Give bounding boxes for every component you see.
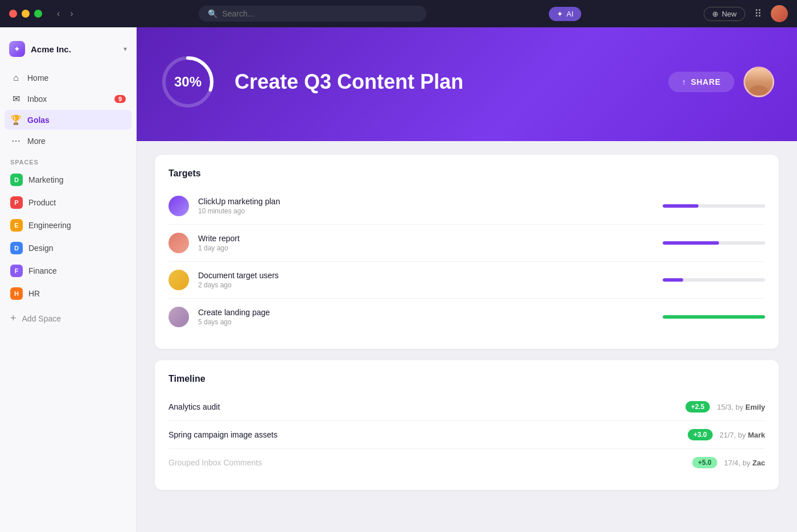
space-label: Engineering (28, 221, 71, 230)
space-label: Design (28, 244, 54, 253)
cards-area: Targets ClickUp marketing plan 10 minute… (137, 141, 797, 504)
more-icon: ⋯ (10, 135, 22, 146)
hero-actions: ↑ SHARE (668, 67, 774, 97)
sidebar-item-label: Inbox (27, 94, 47, 104)
progress-percent: 30% (174, 74, 202, 90)
target-time: 5 days ago (198, 318, 654, 326)
timeline-badge: +5.0 (692, 457, 717, 468)
timeline-name: Spring campaign image assets (169, 430, 681, 439)
new-button[interactable]: ⊕ New (704, 7, 745, 21)
hero-section: 30% Create Q3 Content Plan ↑ SHARE (137, 27, 797, 141)
timeline-card: Timeline Analytics audit +2.5 15/3, by E… (155, 360, 779, 490)
ai-label: AI (566, 10, 573, 18)
progress-bar-fill (663, 315, 765, 319)
progress-bar-container (663, 241, 765, 245)
progress-bar-fill (663, 241, 719, 245)
timeline-meta: 21/7, by Mark (720, 431, 765, 439)
space-label: Marketing (28, 175, 63, 184)
titlebar: ‹ › 🔍 ✦ AI ⊕ New ⠿ (0, 0, 797, 27)
progress-bar-container (663, 278, 765, 282)
target-item: ClickUp marketing plan 10 minutes ago (169, 188, 765, 225)
window-controls (9, 10, 42, 18)
design-space-icon: D (10, 242, 23, 254)
search-input[interactable] (222, 9, 417, 18)
ai-button[interactable]: ✦ AI (549, 7, 581, 21)
space-label: HR (28, 289, 40, 298)
timeline-item: Grouped Inbox Comments +5.0 17/4, by Zac (169, 449, 765, 476)
sidebar-item-inbox[interactable]: ✉ Inbox 9 (5, 89, 132, 109)
add-space-label: Add Space (22, 314, 61, 323)
target-name: Create landing page (198, 308, 654, 317)
target-item: Document target users 2 days ago (169, 262, 765, 299)
timeline-badge: +3.0 (688, 429, 713, 440)
sidebar-nav: ⌂ Home ✉ Inbox 9 🏆 Golas ⋯ More (0, 68, 136, 152)
search-icon: 🔍 (208, 9, 217, 18)
engineering-space-icon: E (10, 219, 23, 232)
sidebar-item-label: More (27, 137, 46, 146)
workspace-name: Acme Inc. (31, 44, 71, 54)
timeline-title: Timeline (169, 374, 765, 384)
target-avatar (169, 307, 189, 327)
share-label: SHARE (691, 77, 721, 86)
target-info: Create landing page 5 days ago (198, 308, 654, 326)
progress-bar-container (663, 315, 765, 319)
sidebar-item-home[interactable]: ⌂ Home (5, 68, 132, 88)
sidebar-item-product[interactable]: P Product (5, 192, 132, 213)
maximize-button[interactable] (34, 10, 42, 18)
sidebar-item-goals[interactable]: 🏆 Golas (5, 110, 132, 130)
content-area: 30% Create Q3 Content Plan ↑ SHARE Targe… (137, 27, 797, 532)
sidebar-item-label: Golas (27, 116, 50, 125)
sidebar-item-hr[interactable]: H HR (5, 283, 132, 304)
back-button[interactable]: ‹ (54, 7, 63, 20)
goals-icon: 🏆 (10, 114, 22, 125)
timeline-name: Analytics audit (169, 402, 679, 411)
user-avatar[interactable] (771, 5, 788, 22)
sidebar: ✦ Acme Inc. ▾ ⌂ Home ✉ Inbox 9 🏆 Golas ⋯… (0, 27, 137, 532)
new-label: New (722, 10, 737, 18)
targets-title: Targets (169, 168, 765, 179)
target-name: Write report (198, 234, 654, 243)
add-space-button[interactable]: + Add Space (0, 308, 136, 329)
ai-icon: ✦ (557, 10, 563, 18)
spaces-section-title: Spaces (0, 152, 136, 169)
target-item: Write report 1 day ago (169, 225, 765, 262)
share-button[interactable]: ↑ SHARE (668, 72, 734, 92)
timeline-badge: +2.5 (685, 401, 710, 413)
timeline-name: Grouped Inbox Comments (169, 458, 685, 467)
search-bar[interactable]: 🔍 (199, 6, 426, 22)
sidebar-item-label: Home (27, 73, 48, 83)
target-time: 10 minutes ago (198, 207, 654, 215)
plus-icon: + (10, 312, 17, 324)
share-icon: ↑ (682, 77, 687, 86)
home-icon: ⌂ (10, 73, 22, 83)
target-name: ClickUp marketing plan (198, 197, 654, 206)
inbox-badge: 9 (114, 95, 126, 103)
product-space-icon: P (10, 196, 23, 209)
workspace-header[interactable]: ✦ Acme Inc. ▾ (0, 36, 136, 61)
timeline-meta: 17/4, by Zac (724, 459, 765, 467)
close-button[interactable] (9, 10, 17, 18)
grid-icon[interactable]: ⠿ (754, 7, 762, 20)
targets-card: Targets ClickUp marketing plan 10 minute… (155, 155, 779, 349)
progress-bar-fill (663, 278, 683, 282)
forward-button[interactable]: › (67, 7, 76, 20)
minimize-button[interactable] (22, 10, 30, 18)
spaces-nav: D Marketing P Product E Engineering D De… (0, 169, 136, 306)
sidebar-item-finance[interactable]: F Finance (5, 260, 132, 282)
sidebar-item-more[interactable]: ⋯ More (5, 131, 132, 151)
target-item: Create landing page 5 days ago (169, 299, 765, 335)
progress-bar-container (663, 204, 765, 208)
hero-title: Create Q3 Content Plan (235, 70, 650, 94)
finance-space-icon: F (10, 265, 23, 277)
hero-avatar[interactable] (743, 67, 774, 97)
hr-space-icon: H (10, 287, 23, 300)
sidebar-item-marketing[interactable]: D Marketing (5, 169, 132, 191)
timeline-meta: 15/3, by Emily (717, 403, 765, 411)
sidebar-item-design[interactable]: D Design (5, 237, 132, 259)
target-avatar (169, 233, 189, 253)
target-info: Document target users 2 days ago (198, 271, 654, 289)
target-time: 1 day ago (198, 244, 654, 252)
timeline-item: Analytics audit +2.5 15/3, by Emily (169, 393, 765, 421)
progress-bar-fill (663, 204, 699, 208)
sidebar-item-engineering[interactable]: E Engineering (5, 215, 132, 236)
